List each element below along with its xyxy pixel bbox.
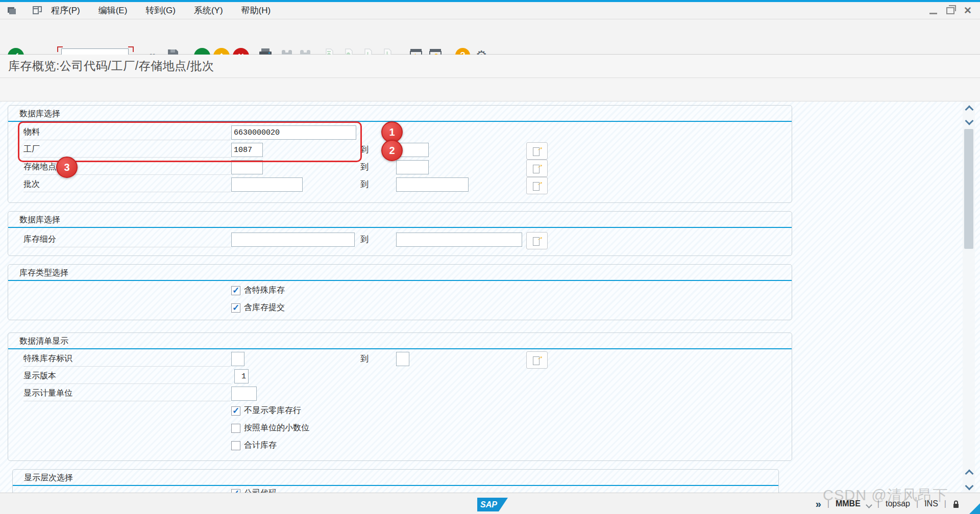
- to-label: 到: [360, 145, 369, 156]
- checkbox-label: 按照单位的小数位: [244, 423, 309, 433]
- field-row-stock-segment: 库存细分 到 →: [8, 232, 792, 248]
- close-button[interactable]: ✕: [964, 7, 972, 14]
- checkbox-label: 公司代码: [244, 488, 277, 493]
- stock-segment-input[interactable]: [231, 233, 355, 247]
- field-row-batch: 批次 到 →: [8, 177, 792, 193]
- field-label: 库存细分: [23, 234, 231, 247]
- annotation-badge-2: 2: [381, 140, 403, 161]
- section-title: 库存类型选择: [19, 268, 68, 278]
- to-label: 到: [360, 235, 369, 245]
- checkbox-label: 含库存提交: [244, 302, 285, 313]
- checkbox-row-decimal-places[interactable]: 按照单位的小数位: [231, 423, 309, 433]
- separator: |: [916, 499, 918, 508]
- scroll-up-icon[interactable]: [965, 106, 974, 114]
- menu-edit[interactable]: 编辑(E): [99, 5, 128, 16]
- menu-system[interactable]: 系统(Y): [194, 5, 223, 16]
- status-overflow-icon[interactable]: »: [816, 498, 821, 510]
- section-title: 数据库选择: [19, 109, 60, 119]
- menu-goto[interactable]: 转到(G): [145, 5, 176, 16]
- section-list-display: 数据清单显示 特殊库存标识 到 → 显示版本 显示计量单位 不显示零库存行: [8, 332, 792, 461]
- special-stock-multi-select-button[interactable]: →: [526, 351, 548, 369]
- restore-button[interactable]: [946, 7, 954, 14]
- checkbox[interactable]: [231, 303, 240, 313]
- session-overview-icon[interactable]: [32, 5, 43, 15]
- to-label: 到: [360, 179, 369, 190]
- selection-screen: 数据库选择 物料 工厂 到 → 存储地点 到 → 批次: [0, 101, 980, 493]
- checkbox-row-company-code[interactable]: 公司代码: [231, 488, 277, 493]
- chevron-down-icon[interactable]: [866, 502, 872, 508]
- field-label: 存储地点: [23, 162, 231, 175]
- section-underline: [8, 348, 792, 349]
- section-underline: [13, 485, 778, 486]
- checkbox[interactable]: [231, 424, 240, 433]
- special-stock-indicator-to-input[interactable]: [396, 352, 409, 366]
- section-title: 显示层次选择: [24, 473, 73, 483]
- checkbox[interactable]: [231, 406, 240, 416]
- page-title: 库存概览:公司代码/工厂/存储地点/批次: [8, 58, 214, 74]
- to-label: 到: [360, 354, 369, 365]
- field-row-storage-location: 存储地点 到 →: [8, 160, 792, 176]
- to-label: 到: [360, 162, 369, 173]
- checkbox-row-stock-commitments[interactable]: 含库存提交: [231, 302, 285, 313]
- minimize-button[interactable]: [929, 13, 937, 14]
- scroll-up-icon-lower[interactable]: [965, 470, 974, 478]
- vertical-scrollbar[interactable]: [963, 101, 975, 493]
- section-database-selection-2: 数据库选择 库存细分 到 →: [8, 211, 792, 256]
- separator: |: [877, 499, 879, 508]
- section-title: 数据库选择: [19, 215, 60, 225]
- window-menu-icon[interactable]: [7, 6, 16, 15]
- checkbox-row-no-zero-stock[interactable]: 不显示零库存行: [231, 405, 301, 416]
- sap-logo: SAP: [477, 498, 508, 511]
- display-unit-input[interactable]: [231, 387, 257, 401]
- field-row-display-unit: 显示计量单位: [8, 386, 792, 402]
- storage-location-multi-select-button[interactable]: →: [526, 160, 548, 177]
- menu-bar: 程序(P) 编辑(E) 转到(G) 系统(Y) 帮助(H) ✕: [0, 2, 980, 19]
- field-label: 特殊库存标识: [23, 353, 231, 367]
- storage-location-to-input[interactable]: [396, 160, 429, 174]
- separator: |: [944, 499, 946, 508]
- batch-to-input[interactable]: [396, 177, 469, 192]
- status-bar: SAP » | MMBE | topsap | INS |: [0, 493, 980, 514]
- lock-icon: [952, 500, 960, 508]
- batch-multi-select-button[interactable]: →: [526, 177, 548, 194]
- checkbox[interactable]: [231, 489, 240, 493]
- section-underline: [8, 121, 792, 122]
- checkbox-label: 不显示零库存行: [244, 405, 301, 416]
- application-toolbar: 3: [0, 78, 980, 101]
- status-transaction[interactable]: MMBE: [836, 499, 861, 508]
- scroll-down-icon[interactable]: [965, 117, 974, 125]
- annotation-badge-3: 3: [56, 157, 78, 178]
- field-label: 工厂: [23, 144, 231, 158]
- section-display-level-selection: 显示层次选择 公司代码: [12, 469, 779, 493]
- section-underline: [8, 280, 792, 281]
- plant-input[interactable]: [231, 143, 263, 157]
- field-row-special-stock-indicator: 特殊库存标识 到 →: [8, 351, 792, 368]
- red-corner-mark: [128, 46, 134, 52]
- field-label: 物料: [23, 127, 231, 140]
- checkbox-row-special-stocks[interactable]: 含特殊库存: [231, 285, 285, 296]
- field-row-display-version: 显示版本: [8, 369, 792, 385]
- checkbox[interactable]: [231, 441, 240, 450]
- checkbox[interactable]: [231, 286, 240, 295]
- field-label: 显示版本: [23, 371, 231, 384]
- scroll-down-icon-lower[interactable]: [965, 482, 974, 491]
- display-version-input[interactable]: [234, 369, 249, 383]
- storage-location-input[interactable]: [231, 160, 263, 174]
- scrollbar-thumb[interactable]: [964, 129, 973, 249]
- section-title: 数据清单显示: [19, 336, 68, 347]
- menu-help[interactable]: 帮助(H): [241, 5, 271, 16]
- special-stock-indicator-input[interactable]: [231, 352, 244, 366]
- checkbox-row-total-stock[interactable]: 合计库存: [231, 440, 277, 451]
- field-label: 批次: [23, 179, 231, 192]
- resize-grip[interactable]: [969, 503, 980, 514]
- material-input[interactable]: [231, 125, 356, 140]
- standard-toolbar: ✓ « « ×: [0, 19, 980, 55]
- stock-segment-to-input[interactable]: [396, 233, 522, 247]
- sap-gui-window: 程序(P) 编辑(E) 转到(G) 系统(Y) 帮助(H) ✕ ✓ « « ×: [0, 0, 980, 514]
- section-stock-type-selection: 库存类型选择 含特殊库存 含库存提交: [8, 264, 792, 320]
- plant-multi-select-button[interactable]: →: [526, 142, 548, 160]
- menu-program[interactable]: 程序(P): [51, 5, 80, 16]
- stock-segment-multi-select-button[interactable]: →: [526, 232, 548, 249]
- status-system: topsap: [886, 499, 910, 508]
- batch-input[interactable]: [231, 177, 303, 192]
